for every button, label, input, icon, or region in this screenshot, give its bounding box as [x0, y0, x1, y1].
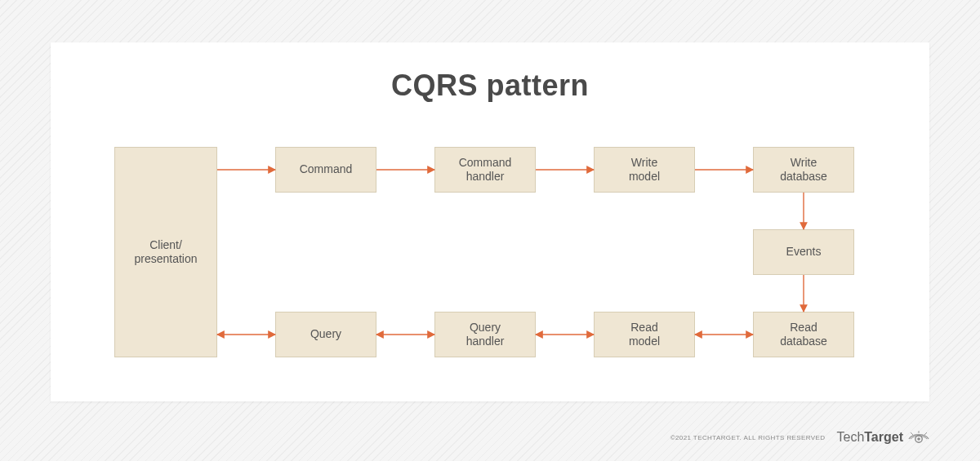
node-read-model: Readmodel [594, 312, 695, 357]
node-read-db: Readdatabase [753, 312, 854, 357]
node-write-db: Writedatabase [753, 147, 854, 193]
node-label: Query [310, 327, 341, 342]
node-label: Writedatabase [780, 156, 827, 184]
svg-line-12 [911, 432, 913, 435]
svg-point-11 [917, 437, 920, 441]
brand-bold: Target [864, 430, 903, 444]
node-label: Commandhandler [459, 156, 512, 184]
footer: ©2021 TECHTARGET. ALL RIGHTS RESERVED Te… [670, 430, 929, 445]
brand-logo: TechTarget [836, 430, 929, 445]
svg-line-13 [924, 432, 927, 435]
target-eye-icon [908, 430, 929, 445]
brand-text: TechTarget [836, 430, 903, 445]
node-label: Client/presentation [134, 238, 197, 267]
node-command: Command [275, 147, 376, 193]
node-label: Readmodel [629, 321, 660, 349]
node-events: Events [753, 229, 854, 275]
node-cmd-handler: Commandhandler [434, 147, 536, 193]
node-label: Events [786, 245, 822, 259]
node-label: Queryhandler [466, 321, 505, 349]
diagram-card: CQRS pattern Client/presentation Command… [51, 42, 929, 401]
brand-light: Tech [836, 430, 864, 444]
diagram-title: CQRS pattern [51, 69, 929, 103]
node-label: Writemodel [629, 156, 660, 184]
copyright-text: ©2021 TECHTARGET. ALL RIGHTS RESERVED [670, 434, 826, 441]
node-label: Command [300, 162, 353, 177]
node-client: Client/presentation [114, 147, 217, 357]
node-label: Readdatabase [780, 321, 827, 349]
node-write-model: Writemodel [594, 147, 695, 193]
node-qry-handler: Queryhandler [434, 312, 536, 357]
node-query: Query [275, 312, 376, 357]
